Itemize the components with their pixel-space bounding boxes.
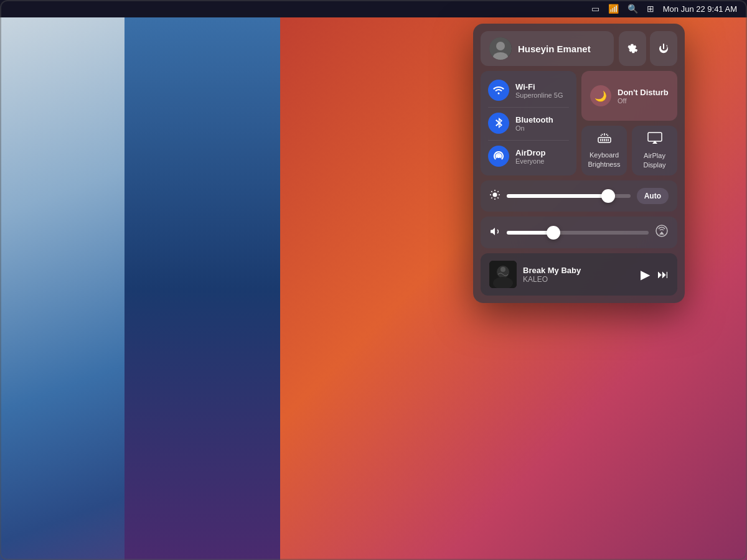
wifi-name: Wi-Fi bbox=[515, 82, 563, 91]
avatar bbox=[489, 37, 512, 60]
small-buttons-row: KeyboardBrightness AirPlayDisplay bbox=[581, 126, 677, 175]
do-not-disturb-label: Don't Disturb Off bbox=[618, 88, 669, 105]
network-left-panel: Wi-Fi Superonline 5G Bluetooth On bbox=[481, 71, 576, 175]
volume-icon bbox=[489, 226, 500, 240]
brightness-slider-row: Auto bbox=[481, 180, 677, 212]
airdrop-item[interactable]: AirDrop Everyone bbox=[488, 140, 569, 169]
menubar-datetime: Mon Jun 22 9:41 AM bbox=[663, 4, 737, 14]
brightness-icon bbox=[489, 189, 500, 203]
svg-line-24 bbox=[491, 197, 492, 198]
bluetooth-name: Bluetooth bbox=[515, 115, 553, 124]
bluetooth-icon-circle bbox=[488, 113, 509, 134]
airplay-display-icon bbox=[647, 132, 662, 147]
airplay-audio-icon[interactable] bbox=[655, 224, 669, 241]
keyboard-brightness-icon bbox=[597, 133, 612, 147]
airplay-display-button[interactable]: AirPlayDisplay bbox=[632, 126, 677, 175]
control-center-panel: Huseyin Emanet bbox=[473, 24, 685, 303]
wifi-label: Wi-Fi Superonline 5G bbox=[515, 82, 563, 99]
do-not-disturb-sub: Off bbox=[618, 97, 669, 105]
user-row: Huseyin Emanet bbox=[481, 31, 677, 66]
svg-point-29 bbox=[500, 267, 505, 272]
control-center-icon[interactable]: ⊞ bbox=[647, 4, 654, 14]
do-not-disturb-icon: 🌙 bbox=[590, 85, 611, 106]
airdrop-label: AirDrop Everyone bbox=[515, 148, 545, 165]
keyboard-brightness-button[interactable]: KeyboardBrightness bbox=[581, 126, 627, 175]
wifi-sub: Superonline 5G bbox=[515, 91, 563, 99]
airdrop-sub: Everyone bbox=[515, 157, 545, 165]
wifi-item[interactable]: Wi-Fi Superonline 5G bbox=[488, 77, 569, 103]
wifi-icon: 📶 bbox=[608, 4, 619, 14]
power-button[interactable] bbox=[650, 31, 677, 66]
do-not-disturb-button[interactable]: 🌙 Don't Disturb Off bbox=[581, 71, 677, 121]
svg-line-22 bbox=[497, 197, 498, 198]
track-info: Break My Baby KALEO bbox=[523, 266, 634, 284]
track-artist: KALEO bbox=[523, 275, 634, 284]
search-icon[interactable]: 🔍 bbox=[627, 4, 638, 14]
svg-line-11 bbox=[602, 134, 603, 135]
svg-point-16 bbox=[493, 193, 497, 197]
svg-line-14 bbox=[607, 135, 608, 136]
menubar-right-items: ▭ 📶 🔍 ⊞ Mon Jun 22 9:41 AM bbox=[591, 4, 737, 14]
volume-slider-row bbox=[481, 217, 677, 248]
network-grid: Wi-Fi Superonline 5G Bluetooth On bbox=[481, 71, 677, 175]
user-name-label: Huseyin Emanet bbox=[518, 44, 591, 54]
battery-icon: ▭ bbox=[591, 4, 599, 14]
now-playing-row: Break My Baby KALEO ▶ ⏭ bbox=[481, 253, 677, 296]
fast-forward-button[interactable]: ⏭ bbox=[657, 268, 669, 281]
svg-line-13 bbox=[601, 135, 602, 136]
volume-track[interactable] bbox=[507, 231, 649, 235]
svg-line-21 bbox=[491, 191, 492, 192]
airplay-display-label: AirPlayDisplay bbox=[643, 151, 665, 169]
svg-line-23 bbox=[497, 191, 498, 192]
auto-button[interactable]: Auto bbox=[637, 188, 669, 204]
network-right-panel: 🌙 Don't Disturb Off bbox=[581, 71, 677, 175]
svg-rect-15 bbox=[648, 133, 662, 141]
track-name: Break My Baby bbox=[523, 266, 634, 275]
do-not-disturb-name: Don't Disturb bbox=[618, 88, 669, 97]
airdrop-name: AirDrop bbox=[515, 148, 545, 157]
user-info-button[interactable]: Huseyin Emanet bbox=[481, 31, 614, 66]
play-button[interactable]: ▶ bbox=[641, 267, 650, 282]
brightness-track[interactable] bbox=[507, 194, 631, 198]
keyboard-brightness-label: KeyboardBrightness bbox=[588, 151, 621, 169]
svg-point-1 bbox=[496, 42, 505, 50]
album-art bbox=[489, 261, 517, 288]
playback-controls: ▶ ⏭ bbox=[641, 267, 669, 282]
bluetooth-item[interactable]: Bluetooth On bbox=[488, 107, 569, 136]
wifi-icon-circle bbox=[488, 80, 509, 101]
svg-point-3 bbox=[497, 154, 500, 158]
svg-line-12 bbox=[606, 134, 607, 135]
bluetooth-label: Bluetooth On bbox=[515, 115, 553, 132]
bluetooth-sub: On bbox=[515, 124, 553, 132]
settings-button[interactable] bbox=[619, 31, 646, 66]
system-buttons bbox=[619, 31, 677, 66]
menu-bar: ▭ 📶 🔍 ⊞ Mon Jun 22 9:41 AM bbox=[0, 0, 747, 17]
airdrop-icon-circle bbox=[488, 146, 509, 167]
